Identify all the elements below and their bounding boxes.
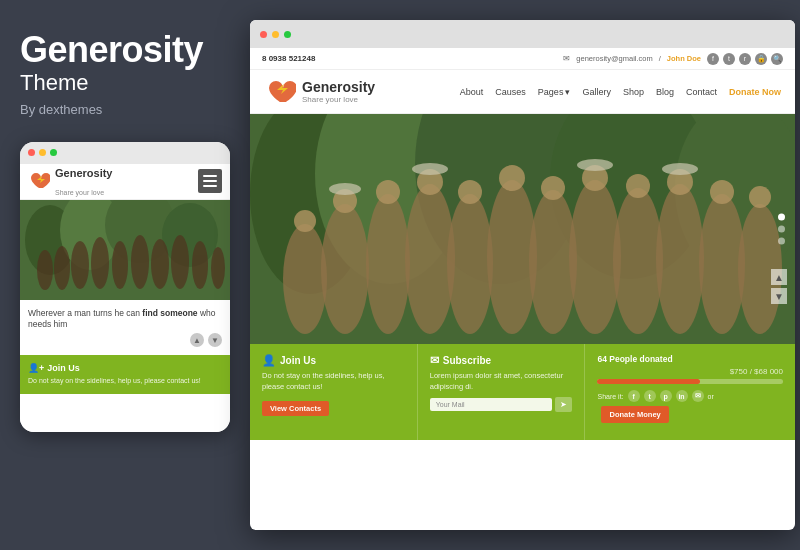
theme-author: By dexthemes bbox=[20, 102, 225, 117]
donate-money-button[interactable]: Donate Money bbox=[601, 406, 668, 423]
svg-point-10 bbox=[131, 235, 149, 289]
mobile-hero-bg bbox=[20, 200, 230, 300]
desktop-content: 8 0938 521248 ✉ generosity@gmail.com / J… bbox=[250, 48, 795, 530]
hamburger-button[interactable] bbox=[198, 169, 222, 193]
hamburger-line bbox=[203, 185, 217, 187]
browser-dot-red bbox=[28, 149, 35, 156]
join-section: 👤 Join Us Do not stay on the sidelines, … bbox=[250, 344, 418, 440]
desktop-dot-yellow bbox=[272, 31, 279, 38]
desktop-browser-bar bbox=[250, 20, 795, 48]
progress-bar-fill bbox=[597, 379, 699, 384]
hero-dot-1[interactable] bbox=[778, 214, 785, 221]
share-pinterest-icon[interactable]: p bbox=[660, 390, 672, 402]
nav-arrow-up[interactable]: ▲ bbox=[190, 333, 204, 347]
envelope-icon: ✉ bbox=[563, 54, 570, 63]
mobile-join-section: 👤+ Join Us Do not stay on the sidelines,… bbox=[20, 355, 230, 394]
donate-count: 64 People donated bbox=[597, 354, 783, 364]
hero-arrow-down[interactable]: ▼ bbox=[771, 288, 787, 304]
email-send-button[interactable]: ➤ bbox=[555, 397, 572, 412]
search-icon[interactable]: 🔍 bbox=[771, 53, 783, 65]
hero-dot-2[interactable] bbox=[778, 226, 785, 233]
email-input-row: Your Mail ➤ bbox=[430, 397, 573, 412]
topbar-phone: 8 0938 521248 bbox=[262, 54, 315, 63]
nav-shop[interactable]: Shop bbox=[623, 87, 644, 97]
svg-point-8 bbox=[91, 237, 109, 289]
svg-point-14 bbox=[211, 247, 225, 289]
svg-point-12 bbox=[171, 235, 189, 289]
view-contacts-button[interactable]: View Contacts bbox=[262, 401, 329, 416]
desktop-dot-red bbox=[260, 31, 267, 38]
topbar-user[interactable]: John Doe bbox=[667, 54, 701, 63]
svg-point-7 bbox=[71, 241, 89, 289]
mobile-content: Generosity Share your love bbox=[20, 164, 230, 432]
mobile-hero-image bbox=[20, 200, 230, 300]
desktop-logo-name: Generosity bbox=[302, 79, 375, 96]
nav-about[interactable]: About bbox=[460, 87, 484, 97]
facebook-icon[interactable]: f bbox=[707, 53, 719, 65]
progress-bar bbox=[597, 379, 783, 384]
share-twitter-icon[interactable]: t bbox=[644, 390, 656, 402]
logo-svg-icon bbox=[264, 76, 296, 108]
hamburger-line bbox=[203, 175, 217, 177]
browser-dot-green bbox=[50, 149, 57, 156]
rss-icon[interactable]: r bbox=[739, 53, 751, 65]
person-add-icon: 👤 bbox=[262, 354, 276, 367]
share-facebook-icon[interactable]: f bbox=[628, 390, 640, 402]
mobile-join-text: Do not stay on the sidelines, help us, p… bbox=[28, 376, 222, 386]
share-linkedin-icon[interactable]: in bbox=[676, 390, 688, 402]
person-add-icon: 👤+ bbox=[28, 363, 44, 373]
desktop-dot-green bbox=[284, 31, 291, 38]
donate-section: 64 People donated $750 / $68 000 Share i… bbox=[585, 344, 795, 440]
svg-point-6 bbox=[54, 246, 70, 290]
hero-arrow-up[interactable]: ▲ bbox=[771, 269, 787, 285]
share-email-icon[interactable]: ✉ bbox=[692, 390, 704, 402]
nav-contact[interactable]: Contact bbox=[686, 87, 717, 97]
subscribe-title: ✉ Subscribe bbox=[430, 354, 573, 367]
hero-arrow-nav: ▲ ▼ bbox=[771, 269, 787, 304]
mobile-logo-icon bbox=[28, 170, 50, 192]
hamburger-line bbox=[203, 180, 217, 182]
nav-gallery[interactable]: Gallery bbox=[582, 87, 611, 97]
theme-title: Generosity bbox=[20, 30, 225, 70]
hero-area: ▲ ▼ bbox=[250, 114, 795, 344]
desktop-logo-tagline: Share your love bbox=[302, 95, 375, 104]
lock-icon[interactable]: 🔒 bbox=[755, 53, 767, 65]
share-row: Share it: f t p in ✉ or Donate Money bbox=[597, 390, 783, 423]
hero-dot-3[interactable] bbox=[778, 238, 785, 245]
desktop-nav: Generosity Share your love About Causes … bbox=[250, 70, 795, 114]
mobile-hero-text: Wherever a man turns he can find someone… bbox=[28, 308, 222, 332]
svg-point-11 bbox=[151, 239, 169, 289]
join-title: 👤 Join Us bbox=[262, 354, 405, 367]
nav-causes[interactable]: Causes bbox=[495, 87, 526, 97]
nav-blog[interactable]: Blog bbox=[656, 87, 674, 97]
separator: / bbox=[659, 54, 661, 63]
email-input[interactable]: Your Mail bbox=[430, 398, 553, 411]
share-or-label: or bbox=[708, 393, 714, 400]
nav-pages[interactable]: Pages ▾ bbox=[538, 87, 571, 97]
chevron-down-icon: ▾ bbox=[565, 87, 570, 97]
mobile-nav: Generosity Share your love bbox=[20, 164, 230, 200]
hero-dot-nav bbox=[778, 214, 785, 245]
join-text: Do not stay on the sidelines, help us, p… bbox=[262, 371, 405, 392]
subscribe-section: ✉ Subscribe Lorem ipsum dolor sit amet, … bbox=[418, 344, 586, 440]
mobile-hero-text-bold: find someone bbox=[142, 308, 197, 318]
nav-donate[interactable]: Donate Now bbox=[729, 87, 781, 97]
mobile-text-section: Wherever a man turns he can find someone… bbox=[20, 300, 230, 356]
twitter-icon[interactable]: t bbox=[723, 53, 735, 65]
topbar-email: generosity@gmail.com bbox=[576, 54, 652, 63]
mobile-hero-bg-svg bbox=[20, 200, 230, 300]
desktop-topbar: 8 0938 521248 ✉ generosity@gmail.com / J… bbox=[250, 48, 795, 70]
hero-photo: ▲ ▼ bbox=[250, 114, 795, 344]
svg-point-9 bbox=[112, 241, 128, 289]
mobile-hero-text-plain: Wherever a man turns he can bbox=[28, 308, 142, 318]
desktop-logo: Generosity Share your love bbox=[264, 76, 375, 108]
mobile-mockup: Generosity Share your love bbox=[20, 142, 230, 432]
share-label: Share it: bbox=[597, 393, 623, 400]
mobile-browser-bar bbox=[20, 142, 230, 164]
envelope-icon: ✉ bbox=[430, 354, 439, 367]
nav-arrow-down[interactable]: ▼ bbox=[208, 333, 222, 347]
donate-amount: $750 / $68 000 bbox=[597, 367, 783, 376]
topbar-right: ✉ generosity@gmail.com / John Doe f t r … bbox=[563, 53, 783, 65]
svg-point-13 bbox=[192, 241, 208, 289]
theme-subtitle: Theme bbox=[20, 70, 225, 96]
